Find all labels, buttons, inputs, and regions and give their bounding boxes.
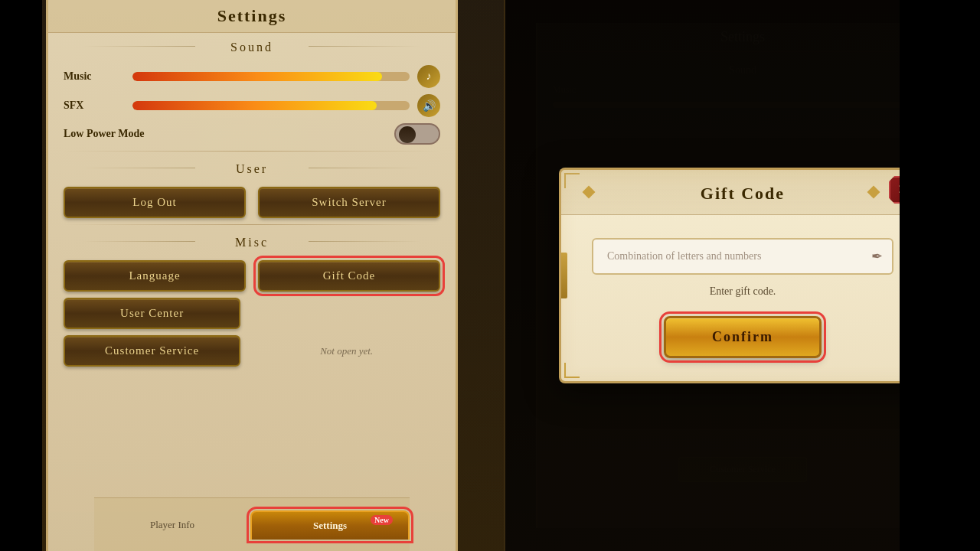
sfx-icon: 🔊 bbox=[417, 94, 440, 117]
bottom-nav: Player Info New Settings bbox=[94, 497, 410, 551]
gift-hint-text: Enter gift code. bbox=[592, 285, 893, 298]
new-badge: New bbox=[371, 515, 393, 525]
header-diamond-left bbox=[583, 186, 596, 199]
header-diamond-right bbox=[867, 186, 880, 199]
settings-panel: Settings Sound Music ♪ SFX 🔊 Low Power M bbox=[46, 0, 458, 551]
sfx-slider-row: SFX 🔊 bbox=[64, 94, 440, 117]
nav-item-settings[interactable]: New Settings bbox=[250, 510, 410, 540]
black-bar-left bbox=[0, 0, 42, 551]
music-label: Music bbox=[64, 70, 125, 83]
modal-header: Gift Code ✕ bbox=[561, 170, 924, 215]
low-power-toggle[interactable] bbox=[394, 123, 440, 145]
sound-section-header: Sound bbox=[64, 33, 440, 59]
left-panel: Settings Sound Music ♪ SFX 🔊 Low Power M bbox=[0, 0, 505, 551]
gift-input-wrapper: ✒ bbox=[592, 238, 893, 275]
misc-buttons-row-3: Customer Service Not open yet. bbox=[64, 335, 440, 367]
not-open-text: Not open yet. bbox=[253, 345, 440, 357]
switch-server-button[interactable]: Switch Server bbox=[258, 187, 440, 218]
sfx-slider-track[interactable] bbox=[132, 101, 410, 110]
toggle-thumb bbox=[395, 122, 419, 146]
sfx-label: SFX bbox=[64, 99, 125, 112]
settings-title: Settings bbox=[48, 0, 456, 33]
low-power-label: Low Power Mode bbox=[64, 128, 387, 140]
music-slider-row: Music ♪ bbox=[64, 65, 440, 88]
logout-button[interactable]: Log Out bbox=[64, 187, 246, 218]
music-icon: ♪ bbox=[417, 65, 440, 88]
customer-service-button[interactable]: Customer Service bbox=[64, 335, 240, 367]
confirm-btn-wrapper: Confirm bbox=[592, 316, 893, 358]
sfx-slider-fill bbox=[132, 101, 377, 110]
modal-decoration-left bbox=[559, 253, 567, 298]
confirm-button[interactable]: Confirm bbox=[664, 316, 822, 358]
misc-section-header: Misc bbox=[64, 228, 440, 254]
misc-buttons-row-1: Language Gift Code bbox=[64, 260, 440, 292]
user-buttons-row: Log Out Switch Server bbox=[64, 187, 440, 218]
misc-section: Misc Language Gift Code User Center Cust… bbox=[48, 228, 456, 367]
language-button[interactable]: Language bbox=[64, 260, 246, 292]
low-power-row: Low Power Mode bbox=[64, 123, 440, 145]
user-center-button[interactable]: User Center bbox=[64, 298, 240, 329]
black-bar-right bbox=[900, 0, 980, 551]
user-misc-divider bbox=[64, 224, 440, 225]
user-section-header: User bbox=[64, 155, 440, 181]
music-slider-fill bbox=[132, 72, 382, 81]
misc-buttons-row-2: User Center bbox=[64, 298, 440, 329]
user-section: User Log Out Switch Server bbox=[48, 155, 456, 218]
music-slider-track[interactable] bbox=[132, 72, 410, 81]
player-info-label: Player Info bbox=[98, 519, 247, 531]
pen-icon: ✒ bbox=[871, 248, 883, 265]
gift-code-button[interactable]: Gift Code bbox=[258, 260, 440, 292]
modal-title: Gift Code bbox=[701, 184, 785, 203]
sound-section: Sound Music ♪ SFX 🔊 Low Power Mode bbox=[48, 33, 456, 145]
gift-code-modal: Gift Code ✕ ✒ Enter gift code. Confirm bbox=[559, 168, 926, 383]
gift-code-input[interactable] bbox=[592, 238, 893, 275]
nav-item-player-info[interactable]: Player Info bbox=[94, 511, 250, 539]
modal-corner-bl bbox=[564, 363, 580, 378]
modal-body: ✒ Enter gift code. Confirm bbox=[561, 215, 924, 381]
sound-user-divider bbox=[64, 151, 440, 152]
